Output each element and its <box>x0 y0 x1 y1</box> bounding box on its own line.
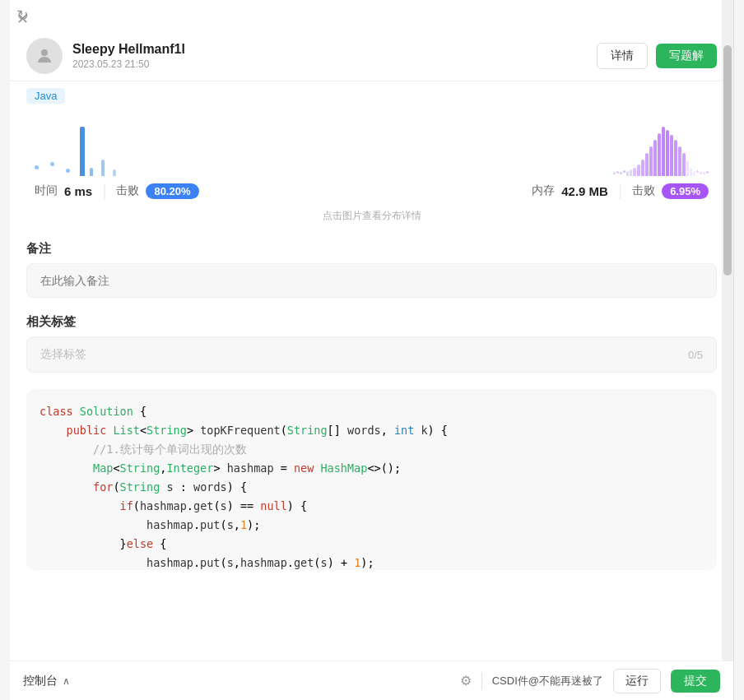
header-actions: 详情 写题解 <box>597 43 717 69</box>
performance-area: 时间 6 ms | 击败 80.20% 内存 42.9 MB | 击败 6.95… <box>10 110 733 223</box>
gear-icon[interactable]: ⚙ <box>460 673 472 688</box>
chart-hint[interactable]: 点击图片查看分布详情 <box>26 209 717 223</box>
top-bar: ✕ ↻ <box>10 0 733 28</box>
scrollbar-track[interactable] <box>722 0 733 700</box>
svg-point-0 <box>41 49 48 56</box>
user-icon <box>35 46 54 66</box>
note-title: 备注 <box>26 241 717 257</box>
defeat-blue-stat: 击败 80.20% <box>116 183 198 199</box>
defeat-purple-stat: 击败 6.95% <box>632 183 709 199</box>
defeat-purple-badge: 6.95% <box>662 183 709 199</box>
memory-value: 42.9 MB <box>561 184 608 198</box>
java-tag: Java <box>26 88 65 104</box>
divider-vert <box>481 673 482 689</box>
time-label: 时间 <box>35 183 58 198</box>
note-input[interactable] <box>26 263 717 298</box>
datetime: 2023.05.23 21:50 <box>72 58 597 70</box>
tags-title: 相关标签 <box>26 314 717 330</box>
run-button[interactable]: 运行 <box>613 669 661 693</box>
chart-container[interactable] <box>26 110 717 176</box>
defeat-purple-label: 击败 <box>632 183 655 198</box>
username: Sleepy Hellmanf1l <box>72 42 597 57</box>
tags-placeholder: 选择标签 <box>40 347 86 362</box>
scrollbar-thumb[interactable] <box>723 45 732 276</box>
submit-button[interactable]: 提交 <box>671 670 720 693</box>
defeat-blue-badge: 80.20% <box>146 183 198 199</box>
memory-stat: 内存 42.9 MB <box>532 183 608 198</box>
defeat-blue-label: 击败 <box>116 183 139 198</box>
chevron-up-icon[interactable]: ∧ <box>63 675 70 687</box>
tags-count: 0/5 <box>688 349 703 361</box>
divider1: | <box>102 183 106 199</box>
memory-label: 内存 <box>532 183 555 198</box>
bottom-right: ⚙ CSDI件@不能再迷被了 运行 提交 <box>460 669 720 693</box>
avatar <box>26 38 63 74</box>
tags-section: 相关标签 选择标签 0/5 <box>10 306 733 381</box>
console-label: 控制台 <box>23 674 58 688</box>
note-section: 备注 <box>10 233 733 306</box>
user-header: Sleepy Hellmanf1l 2023.05.23 21:50 详情 写题… <box>10 28 733 81</box>
perf-stats: 时间 6 ms | 击败 80.20% 内存 42.9 MB | 击败 6.95… <box>26 176 717 206</box>
code-section: class Solution { public List<String> top… <box>26 389 717 570</box>
user-info: Sleepy Hellmanf1l 2023.05.23 21:50 <box>72 42 597 70</box>
divider2: | <box>618 183 622 199</box>
write-solution-button[interactable]: 写题解 <box>656 44 717 68</box>
tags-selector[interactable]: 选择标签 0/5 <box>26 336 717 373</box>
main-panel: ✕ ↻ Sleepy Hellmanf1l 2023.05.23 21:50 详… <box>10 0 734 700</box>
time-value: 6 ms <box>64 184 92 198</box>
time-stat: 时间 6 ms <box>35 183 92 198</box>
detail-button[interactable]: 详情 <box>597 43 648 69</box>
user-tag: CSDI件@不能再迷被了 <box>492 674 603 688</box>
bottom-bar: 控制台 ∧ ⚙ CSDI件@不能再迷被了 运行 提交 <box>10 661 733 700</box>
close-button[interactable]: ✕ <box>16 10 29 28</box>
bottom-left: 控制台 ∧ <box>23 674 70 688</box>
